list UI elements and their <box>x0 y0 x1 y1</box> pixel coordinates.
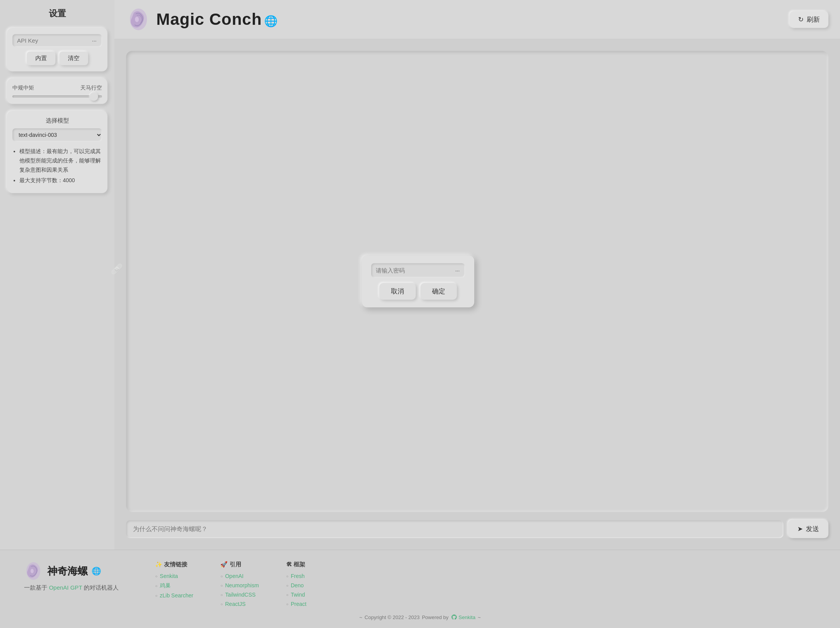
footer-link-jichao[interactable]: 鸡巢 <box>160 582 171 589</box>
svg-point-1 <box>135 17 139 22</box>
chat-input[interactable] <box>126 520 783 538</box>
footer-dash-left: ~ <box>359 614 362 620</box>
sidebar: 设置 ··· 内置 清空 中规中矩 天马行空 选择模型 <box>0 0 114 550</box>
footer-top: 神奇海螺 🌐 一款基于 OpenAI GPT 的对话机器人 ✨ 友情链接 Sen… <box>23 561 817 607</box>
slider-track[interactable] <box>12 95 102 98</box>
model-card: 选择模型 text-davinci-003 gpt-3.5-turbo gpt-… <box>7 111 107 193</box>
footer-friends-list: Senkita 鸡巢 zLib Searcher <box>155 573 193 599</box>
clear-button[interactable]: 清空 <box>59 52 88 65</box>
footer-link-twind[interactable]: Twind <box>291 592 305 598</box>
footer-earth-emoji: 🌐 <box>92 566 101 576</box>
slider-labels: 中规中矩 天马行空 <box>12 85 102 91</box>
copyright-text: Copyright © 2022 - 2023 <box>365 614 420 620</box>
github-icon <box>451 614 457 620</box>
footer-link-preact[interactable]: Preact <box>291 601 306 607</box>
footer-link-item: TailwindCSS <box>220 592 259 598</box>
confirm-button[interactable]: 确定 <box>420 283 457 300</box>
send-button[interactable]: ➤ 发送 <box>788 520 828 538</box>
footer-link-reactjs[interactable]: ReactJS <box>225 601 245 607</box>
model-desc-item-2: 最大支持字节数：4000 <box>19 176 102 185</box>
model-select[interactable]: text-davinci-003 gpt-3.5-turbo gpt-4 <box>12 128 102 141</box>
api-key-card: ··· 内置 清空 <box>7 28 107 71</box>
footer: 神奇海螺 🌐 一款基于 OpenAI GPT 的对话机器人 ✨ 友情链接 Sen… <box>0 550 840 628</box>
chat-section: 🩹 ··· 取消 确定 ➤ <box>114 39 840 550</box>
app-title: Magic Conch🌐 <box>156 10 278 29</box>
footer-link-item: Senkita <box>155 573 193 579</box>
footer-brand: 神奇海螺 🌐 一款基于 OpenAI GPT 的对话机器人 <box>23 561 132 592</box>
api-key-row: ··· <box>12 34 102 47</box>
footer-col-references: 🚀 引用 OpenAI Neumorphism TailwindCSS Reac… <box>220 561 259 607</box>
footer-link-tailwindcss[interactable]: TailwindCSS <box>225 592 256 598</box>
footer-link-item: 鸡巢 <box>155 582 193 589</box>
footer-link-item: OpenAI <box>220 573 259 579</box>
footer-col-friends: ✨ 友情链接 Senkita 鸡巢 zLib Searcher <box>155 561 193 607</box>
chat-box: ··· 取消 确定 <box>126 51 828 512</box>
footer-link-openai[interactable]: OpenAI <box>225 573 243 579</box>
footer-col-frameworks: 🛠 框架 Fresh Deno Twind Preact <box>286 561 307 607</box>
slider-right-label: 天马行空 <box>80 85 102 91</box>
builtin-button[interactable]: 内置 <box>27 52 55 65</box>
footer-brand-desc: 一款基于 OpenAI GPT 的对话机器人 <box>24 584 132 592</box>
svg-point-3 <box>31 569 34 573</box>
footer-brand-name: 神奇海螺 <box>47 564 88 578</box>
dialog-buttons: 取消 确定 <box>371 283 465 300</box>
footer-link-item: zLib Searcher <box>155 592 193 599</box>
slider-thumb[interactable] <box>90 92 98 101</box>
footer-link-item: Twind <box>286 592 307 598</box>
password-input[interactable] <box>376 267 454 274</box>
model-description: 模型描述：最有能力，可以完成其他模型所能完成的任务，能够理解复杂意图和因果关系 … <box>12 147 102 185</box>
api-key-buttons: 内置 清空 <box>12 52 102 65</box>
footer-frameworks-title: 🛠 框架 <box>286 561 307 568</box>
api-key-dots-button[interactable]: ··· <box>91 38 97 44</box>
footer-references-list: OpenAI Neumorphism TailwindCSS ReactJS <box>220 573 259 607</box>
footer-friends-title: ✨ 友情链接 <box>155 561 193 568</box>
cancel-button[interactable]: 取消 <box>379 283 416 300</box>
main-content: Magic Conch🌐 ↻ 刷新 🩹 ··· <box>114 0 840 550</box>
footer-link-item: Fresh <box>286 573 307 579</box>
refresh-icon: ↻ <box>798 16 804 24</box>
footer-brand-title-row: 神奇海螺 🌐 <box>23 561 132 581</box>
refresh-label: 刷新 <box>807 15 820 24</box>
footer-link-item: ReactJS <box>220 601 259 607</box>
footer-dash-right: ~ <box>478 614 481 620</box>
footer-link-item: Deno <box>286 582 307 588</box>
footer-link-fresh[interactable]: Fresh <box>291 573 305 579</box>
slider-left-label: 中规中矩 <box>12 85 34 91</box>
password-input-row: ··· <box>371 263 465 278</box>
footer-conch-icon <box>23 561 43 581</box>
openai-link[interactable]: OpenAI GPT <box>49 584 82 591</box>
powered-by-text: Powered by <box>422 614 449 620</box>
footer-link-neumorphism[interactable]: Neumorphism <box>225 582 259 588</box>
refresh-button[interactable]: ↻ 刷新 <box>790 11 828 28</box>
settings-title: 设置 <box>7 8 107 19</box>
model-section-label: 选择模型 <box>12 117 102 124</box>
api-key-input[interactable] <box>17 37 91 44</box>
footer-references-title: 🚀 引用 <box>220 561 259 568</box>
footer-copyright: ~ Copyright © 2022 - 2023 Powered by Sen… <box>23 614 817 620</box>
github-link[interactable]: Senkita <box>451 614 475 620</box>
send-label: 发送 <box>806 524 819 533</box>
header: Magic Conch🌐 ↻ 刷新 <box>114 0 840 39</box>
header-left: Magic Conch🌐 <box>126 7 278 32</box>
footer-link-senkita[interactable]: Senkita <box>160 573 178 579</box>
chat-input-row: ➤ 发送 <box>126 520 828 538</box>
footer-link-item: Preact <box>286 601 307 607</box>
temperature-slider-card: 中规中矩 天马行空 <box>7 78 107 104</box>
password-dots-button[interactable]: ··· <box>455 267 461 274</box>
model-desc-item-1: 模型描述：最有能力，可以完成其他模型所能完成的任务，能够理解复杂意图和因果关系 <box>19 147 102 174</box>
footer-link-item: Neumorphism <box>220 582 259 588</box>
conch-icon <box>126 7 151 32</box>
footer-link-deno[interactable]: Deno <box>291 582 304 588</box>
footer-link-zlib[interactable]: zLib Searcher <box>160 592 193 599</box>
footer-frameworks-list: Fresh Deno Twind Preact <box>286 573 307 607</box>
password-dialog: ··· 取消 确定 <box>362 255 474 307</box>
send-icon: ➤ <box>797 525 803 533</box>
eraser-icon: 🩹 <box>111 263 123 275</box>
footer-links-section: ✨ 友情链接 Senkita 鸡巢 zLib Searcher 🚀 引用 Ope… <box>155 561 306 607</box>
